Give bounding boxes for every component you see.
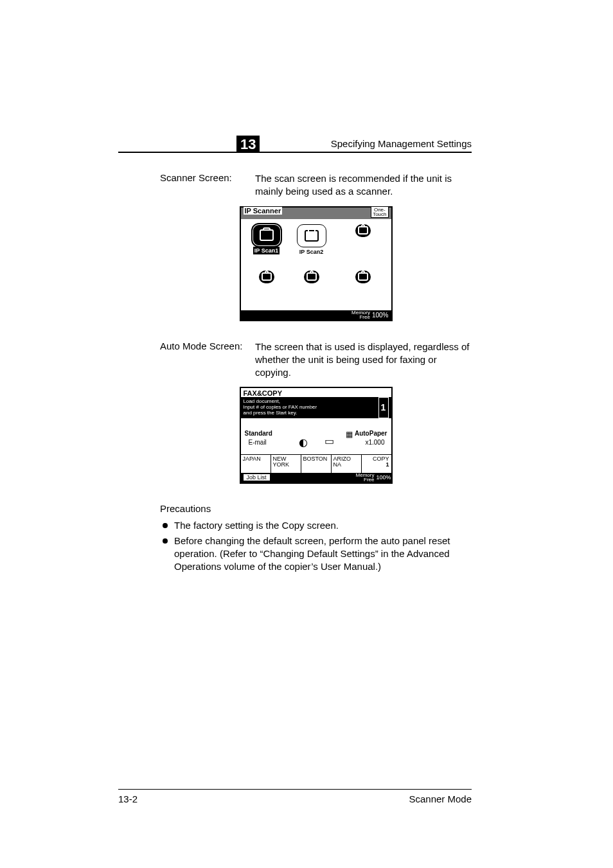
slot3-button[interactable] (344, 224, 382, 238)
autopaper-icon: ▦ (346, 430, 353, 439)
faxcopy-title: FAX&COPY (241, 388, 391, 397)
memory-label: MemoryFree (351, 310, 370, 319)
slot4-button[interactable] (247, 270, 286, 285)
memory-value: 100% (372, 312, 389, 319)
faxcopy-banner: Load document, Input # of copies or FAX … (241, 397, 391, 418)
tab-boston[interactable]: BOSTON (301, 455, 332, 473)
memory-label: MemoryFree (356, 473, 375, 482)
paper-icon[interactable]: ▭ (324, 435, 334, 447)
chapter-number: 13 (236, 136, 260, 153)
standard-label: Standard (245, 430, 272, 437)
banner-l3: and press the Start key. (244, 410, 298, 416)
shot-body: IP Scan1 IP Scan2 (241, 219, 391, 310)
automode-label: Auto Mode Screen: (160, 341, 255, 380)
shot-title: IP Scanner (244, 207, 283, 215)
tab-copy[interactable]: COPY 1 (362, 455, 391, 473)
autopaper-label: AutoPaper (355, 430, 387, 437)
precautions-heading: Precautions (160, 503, 472, 514)
scanner-desc: The scan screen is recommended if the un… (255, 172, 472, 199)
scanner-icon (259, 270, 274, 283)
ipscan2-button[interactable]: IP Scan2 (292, 224, 331, 255)
faxcopy-tabs: JAPAN NEW YORK BOSTON ARIZO NA COPY 1 (241, 455, 391, 473)
page-number: 13-2 (118, 793, 138, 804)
ipscan1-label: IP Scan1 (253, 247, 280, 254)
list-item: Before changing the default screen, perf… (160, 535, 472, 574)
banner-l1: Load document, (244, 398, 280, 404)
footer-mode: Scanner Mode (409, 793, 472, 804)
joblist-button[interactable]: Job List (243, 474, 271, 481)
automode-desc: The screen that is used is displayed, re… (255, 341, 472, 380)
email-label: E-mail (249, 439, 267, 446)
tab-japan[interactable]: JAPAN (241, 455, 271, 473)
copy-count: 1 (378, 397, 389, 418)
page-header: 13 Specifying Management Settings (118, 136, 472, 153)
scanner-icon (253, 224, 281, 246)
faxcopy-mid: Standard E-mail ◐ ▭ ▦ AutoPaper x1.000 (241, 418, 391, 455)
one-touch-tab[interactable]: One- Touch (371, 206, 388, 218)
scanner-icon (355, 270, 371, 283)
scanner-screenshot: IP Scanner One- Touch IP Scan1 IP Scan2 (240, 206, 393, 321)
faxcopy-screenshot: FAX&COPY Load document, Input # of copie… (240, 387, 393, 483)
scanner-icon (355, 224, 371, 237)
page-footer: 13-2 Scanner Mode (118, 789, 472, 804)
scanner-row: Scanner Screen: The scan screen is recom… (160, 172, 472, 199)
shot-titlebar: IP Scanner One- Touch (241, 208, 391, 219)
page-title: Specifying Management Settings (331, 138, 472, 149)
content-area: Scanner Screen: The scan screen is recom… (160, 172, 472, 576)
precautions-list: The factory setting is the Copy screen. … (160, 519, 472, 574)
one-touch-l2: Touch (373, 211, 386, 217)
automode-row: Auto Mode Screen: The screen that is use… (160, 341, 472, 380)
ipscan1-button[interactable]: IP Scan1 (247, 224, 286, 254)
shot-footer: MemoryFree 100% (241, 310, 391, 320)
zoom-value: x1.000 (365, 439, 384, 446)
list-item: The factory setting is the Copy screen. (160, 519, 472, 532)
faxcopy-footer: Job List MemoryFree 100% (241, 473, 391, 483)
density-icon[interactable]: ◐ (299, 436, 308, 448)
slot5-button[interactable] (292, 270, 331, 285)
memory-value: 100% (376, 474, 391, 481)
banner-l2: Input # of copies or FAX number (244, 404, 317, 410)
scanner-icon (304, 270, 319, 283)
tab-newyork[interactable]: NEW YORK (271, 455, 301, 473)
slot6-button[interactable] (344, 270, 382, 285)
ipscan2-label: IP Scan2 (299, 249, 323, 255)
tab-arizona[interactable]: ARIZO NA (332, 455, 362, 473)
scanner-icon (297, 224, 326, 247)
page: 13 Specifying Management Settings Scanne… (0, 0, 613, 868)
scanner-label: Scanner Screen: (160, 172, 255, 199)
